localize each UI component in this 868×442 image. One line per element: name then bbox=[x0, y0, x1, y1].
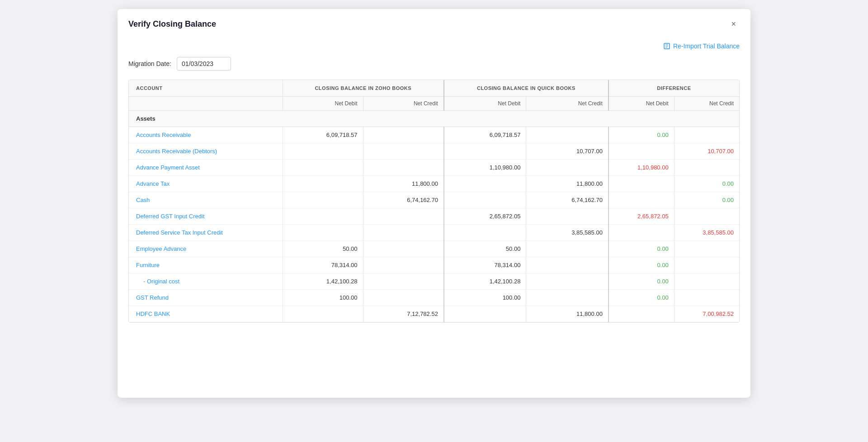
quick-credit-cell bbox=[526, 127, 609, 143]
quick-debit-cell bbox=[444, 192, 526, 208]
quick-debit-cell bbox=[444, 306, 526, 322]
quick-credit-cell: 3,85,585.00 bbox=[526, 225, 609, 241]
diff-debit-cell bbox=[609, 306, 674, 322]
sub-col-diff-debit: Net Debit bbox=[609, 97, 674, 111]
modal-body: Re-Import Trial Balance Migration Date: … bbox=[118, 37, 750, 334]
quick-credit-cell bbox=[526, 257, 609, 273]
migration-date-row: Migration Date: bbox=[128, 57, 740, 71]
quick-credit-cell bbox=[526, 241, 609, 257]
zoho-credit-cell bbox=[363, 225, 444, 241]
quick-credit-cell bbox=[526, 290, 609, 306]
zoho-credit-cell bbox=[363, 273, 444, 290]
diff-credit-cell: 0.00 bbox=[674, 176, 739, 192]
col-header-zoho: CLOSING BALANCE IN ZOHO BOOKS bbox=[283, 80, 444, 97]
sub-col-zoho-credit: Net Credit bbox=[363, 97, 444, 111]
zoho-debit-cell bbox=[283, 143, 363, 160]
col-header-quick: CLOSING BALANCE IN QUICK BOOKS bbox=[444, 80, 609, 97]
diff-debit-cell: 0.00 bbox=[609, 290, 674, 306]
sub-col-account bbox=[129, 97, 283, 111]
diff-credit-cell: 0.00 bbox=[674, 192, 739, 208]
diff-debit-cell: 1,10,980.00 bbox=[609, 160, 674, 176]
zoho-debit-cell bbox=[283, 192, 363, 208]
account-name-cell[interactable]: Advance Payment Asset bbox=[129, 160, 283, 176]
quick-debit-cell: 100.00 bbox=[444, 290, 526, 306]
diff-debit-cell: 0.00 bbox=[609, 241, 674, 257]
account-name-cell[interactable]: HDFC BANK bbox=[129, 306, 283, 322]
quick-credit-cell: 10,707.00 bbox=[526, 143, 609, 160]
account-name-cell[interactable]: Deferred Service Tax Input Credit bbox=[129, 225, 283, 241]
zoho-debit-cell: 50.00 bbox=[283, 241, 363, 257]
diff-credit-cell: 7,00,982.52 bbox=[674, 306, 739, 322]
diff-debit-cell bbox=[609, 225, 674, 241]
col-header-diff: DIFFERENCE bbox=[609, 80, 739, 97]
diff-debit-cell bbox=[609, 176, 674, 192]
diff-credit-cell: 10,707.00 bbox=[674, 143, 739, 160]
diff-debit-cell: 0.00 bbox=[609, 257, 674, 273]
quick-credit-cell bbox=[526, 160, 609, 176]
account-name-cell[interactable]: Accounts Receivable (Debtors) bbox=[129, 143, 283, 160]
quick-debit-cell: 6,09,718.57 bbox=[444, 127, 526, 143]
reimport-button[interactable]: Re-Import Trial Balance bbox=[663, 42, 740, 50]
zoho-credit-cell bbox=[363, 127, 444, 143]
zoho-debit-cell bbox=[283, 160, 363, 176]
quick-credit-cell: 6,74,162.70 bbox=[526, 192, 609, 208]
diff-debit-cell bbox=[609, 143, 674, 160]
table-row: Accounts Receivable (Debtors)10,707.0010… bbox=[129, 143, 739, 160]
zoho-credit-cell bbox=[363, 257, 444, 273]
account-name-cell[interactable]: - Original cost bbox=[129, 273, 283, 290]
modal-title: Verify Closing Balance bbox=[128, 19, 216, 29]
data-table-wrapper: ACCOUNT CLOSING BALANCE IN ZOHO BOOKS CL… bbox=[128, 80, 740, 323]
zoho-credit-cell bbox=[363, 160, 444, 176]
table-row: Deferred GST Input Credit2,65,872.052,65… bbox=[129, 208, 739, 225]
zoho-debit-cell: 1,42,100.28 bbox=[283, 273, 363, 290]
table-row: Deferred Service Tax Input Credit3,85,58… bbox=[129, 225, 739, 241]
account-name-cell[interactable]: Advance Tax bbox=[129, 176, 283, 192]
diff-debit-cell: 0.00 bbox=[609, 127, 674, 143]
verify-closing-balance-modal: Verify Closing Balance × Re-Import Trial… bbox=[118, 9, 750, 398]
modal-header: Verify Closing Balance × bbox=[118, 9, 750, 37]
zoho-debit-cell bbox=[283, 225, 363, 241]
quick-debit-cell bbox=[444, 176, 526, 192]
closing-balance-table: ACCOUNT CLOSING BALANCE IN ZOHO BOOKS CL… bbox=[129, 80, 739, 322]
quick-credit-cell bbox=[526, 273, 609, 290]
zoho-debit-cell: 78,314.00 bbox=[283, 257, 363, 273]
table-row: Furniture78,314.0078,314.000.00 bbox=[129, 257, 739, 273]
diff-credit-cell bbox=[674, 241, 739, 257]
account-name-cell[interactable]: GST Refund bbox=[129, 290, 283, 306]
account-name-cell[interactable]: Employee Advance bbox=[129, 241, 283, 257]
table-row: Cash6,74,162.706,74,162.700.00 bbox=[129, 192, 739, 208]
close-button[interactable]: × bbox=[727, 18, 740, 30]
table-row: Employee Advance50.0050.000.00 bbox=[129, 241, 739, 257]
zoho-credit-cell bbox=[363, 208, 444, 225]
account-name-cell[interactable]: Accounts Receivable bbox=[129, 127, 283, 143]
account-name-cell[interactable]: Cash bbox=[129, 192, 283, 208]
diff-debit-cell bbox=[609, 192, 674, 208]
zoho-debit-cell bbox=[283, 176, 363, 192]
quick-debit-cell: 50.00 bbox=[444, 241, 526, 257]
quick-debit-cell: 78,314.00 bbox=[444, 257, 526, 273]
zoho-credit-cell: 7,12,782.52 bbox=[363, 306, 444, 322]
zoho-credit-cell bbox=[363, 241, 444, 257]
zoho-debit-cell: 100.00 bbox=[283, 290, 363, 306]
quick-debit-cell bbox=[444, 225, 526, 241]
migration-date-label: Migration Date: bbox=[128, 60, 171, 67]
table-row: GST Refund100.00100.000.00 bbox=[129, 290, 739, 306]
col-header-account: ACCOUNT bbox=[129, 80, 283, 97]
quick-credit-cell: 11,800.00 bbox=[526, 176, 609, 192]
quick-credit-cell bbox=[526, 208, 609, 225]
sub-col-quick-debit: Net Debit bbox=[444, 97, 526, 111]
top-bar: Re-Import Trial Balance bbox=[128, 37, 740, 57]
table-row: Advance Tax11,800.0011,800.000.00 bbox=[129, 176, 739, 192]
diff-debit-cell: 2,65,872.05 bbox=[609, 208, 674, 225]
quick-debit-cell: 1,42,100.28 bbox=[444, 273, 526, 290]
sub-col-zoho-debit: Net Debit bbox=[283, 97, 363, 111]
section-header-row: Assets bbox=[129, 111, 739, 127]
reimport-icon bbox=[663, 42, 670, 50]
zoho-credit-cell: 11,800.00 bbox=[363, 176, 444, 192]
account-name-cell[interactable]: Deferred GST Input Credit bbox=[129, 208, 283, 225]
diff-debit-cell: 0.00 bbox=[609, 273, 674, 290]
sub-col-diff-credit: Net Credit bbox=[674, 97, 739, 111]
table-row: Accounts Receivable6,09,718.576,09,718.5… bbox=[129, 127, 739, 143]
migration-date-input[interactable] bbox=[177, 57, 231, 71]
account-name-cell[interactable]: Furniture bbox=[129, 257, 283, 273]
